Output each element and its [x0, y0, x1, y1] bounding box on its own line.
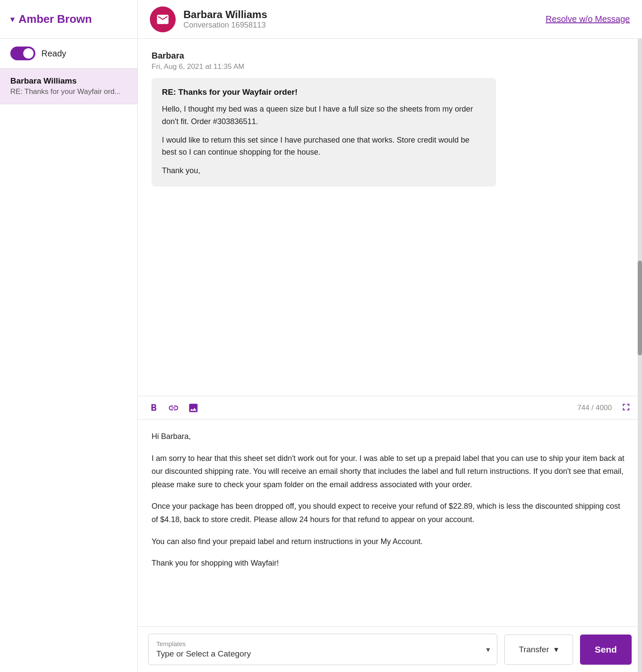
image-button[interactable]: [188, 402, 199, 414]
top-header: ▾ Amber Brown Barbara Williams Conversat…: [0, 0, 642, 39]
chat-area: Barbara Fri, Aug 6, 2021 at 11:35 AM RE:…: [138, 39, 642, 672]
contact-avatar: [150, 6, 176, 32]
templates-dropdown[interactable]: Templates Type or Select a Category ▾: [148, 634, 497, 665]
status-label: Ready: [41, 49, 66, 59]
conversation-item-name: Barbara Williams: [10, 76, 127, 86]
message-section: Barbara Fri, Aug 6, 2021 at 11:35 AM RE:…: [138, 39, 642, 396]
scrollbar-track: [638, 39, 642, 672]
transfer-button[interactable]: Transfer ▾: [504, 635, 573, 665]
reply-body[interactable]: Hi Barbara,I am sorry to hear that this …: [138, 420, 642, 626]
transfer-label: Transfer: [519, 645, 549, 654]
customer-message-subject: RE: Thanks for your Wayfair order!: [162, 87, 486, 97]
link-button[interactable]: [168, 402, 179, 414]
expand-button[interactable]: [620, 401, 632, 414]
agent-name-label: Amber Brown: [19, 12, 92, 26]
message-timestamp: Fri, Aug 6, 2021 at 11:35 AM: [152, 62, 628, 71]
customer-message-body: Hello, I thought my bed was a queen size…: [162, 103, 486, 177]
conversation-item-preview: RE: Thanks for your Wayfair ord...: [10, 87, 127, 96]
char-count: 744 / 4000: [577, 404, 612, 412]
toggle-slider: [10, 47, 35, 60]
bold-button[interactable]: [148, 402, 159, 414]
sidebar: Ready Barbara Williams RE: Thanks for yo…: [0, 39, 138, 672]
bottom-bar: Templates Type or Select a Category ▾ Tr…: [138, 626, 642, 672]
chevron-down-icon: ▾: [10, 15, 14, 24]
scrollbar-thumb[interactable]: [638, 261, 642, 356]
image-icon: [188, 402, 199, 414]
conversation-id: Conversation 16958113: [183, 21, 267, 30]
templates-value: Type or Select a Category: [156, 649, 489, 659]
transfer-chevron-icon: ▾: [554, 644, 558, 654]
envelope-icon: [156, 12, 170, 26]
customer-message-bubble: RE: Thanks for your Wayfair order! Hello…: [152, 78, 496, 187]
main-layout: Ready Barbara Williams RE: Thanks for yo…: [0, 39, 642, 672]
templates-chevron-icon: ▾: [486, 645, 490, 654]
message-sender-name: Barbara: [152, 51, 628, 61]
expand-icon: [620, 401, 632, 413]
send-button[interactable]: Send: [580, 635, 632, 665]
contact-name: Barbara Williams: [183, 9, 267, 21]
conversation-header-section: Barbara Williams Conversation 16958113 R…: [138, 0, 642, 38]
conversation-list-item[interactable]: Barbara Williams RE: Thanks for your Way…: [0, 68, 137, 104]
templates-label: Templates: [156, 640, 489, 647]
reply-toolbar: 744 / 4000: [138, 396, 642, 420]
link-icon: [168, 402, 179, 414]
conversation-info: Barbara Williams Conversation 16958113: [183, 9, 267, 30]
agent-dropdown-toggle[interactable]: ▾ Amber Brown: [10, 12, 92, 26]
resolve-button[interactable]: Resolve w/o Message: [546, 14, 630, 24]
status-bar: Ready: [0, 39, 137, 68]
ready-toggle[interactable]: [10, 47, 35, 60]
sidebar-header-section: ▾ Amber Brown: [0, 0, 138, 38]
reply-section: 744 / 4000 Hi Barbara,I am sorry to hear…: [138, 396, 642, 672]
bold-icon: [148, 402, 159, 414]
